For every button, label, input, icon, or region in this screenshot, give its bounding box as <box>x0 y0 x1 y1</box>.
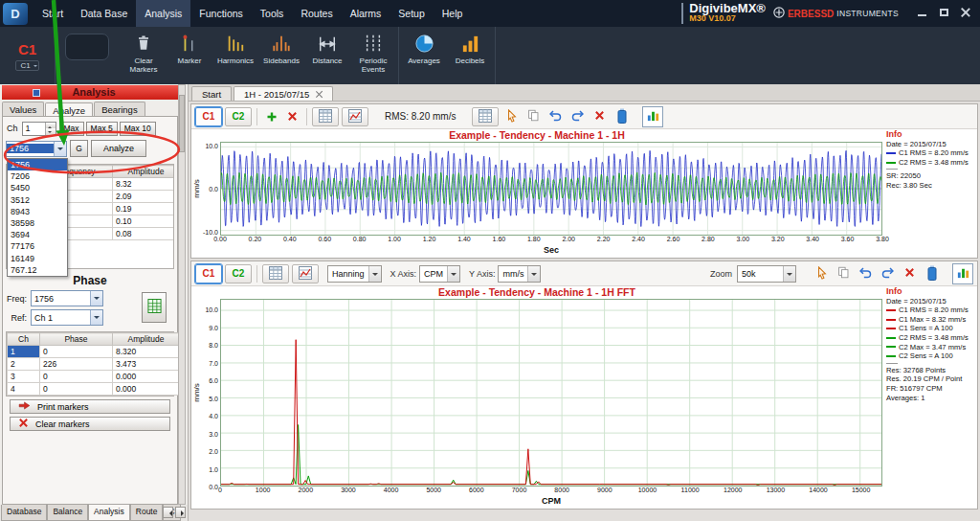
ribbon-record-button[interactable] <box>65 34 109 60</box>
delete-record-button[interactable] <box>283 107 301 126</box>
fft-undo-button[interactable] <box>857 264 875 283</box>
bottom-tab-database[interactable]: Database <box>1 505 47 521</box>
menu-setup[interactable]: Setup <box>390 0 433 27</box>
stepper-down-icon[interactable] <box>46 128 56 135</box>
dropdown-option[interactable]: 1756 <box>8 159 67 170</box>
add-record-button[interactable] <box>262 107 280 126</box>
tab-values[interactable]: Values <box>2 102 44 116</box>
distance-button[interactable]: Distance <box>304 27 350 84</box>
clear-markers-button[interactable]: Clear Markers <box>121 27 167 84</box>
tabs-scroll-right-button[interactable] <box>175 507 186 518</box>
fft-c2-button[interactable]: C2 <box>225 264 252 283</box>
periodic-events-button[interactable]: Periodic Events <box>350 27 396 84</box>
phase-freq-combo[interactable]: 1756 <box>31 290 103 306</box>
dropdown-option[interactable]: 767.12 <box>8 264 67 276</box>
marker-button[interactable]: Marker <box>167 27 212 84</box>
doc-tab-start[interactable]: Start <box>191 86 232 101</box>
stepper-arrows[interactable] <box>45 123 56 135</box>
bottom-tab-analysis[interactable]: Analysis <box>88 505 130 521</box>
fft-grid-view-button[interactable] <box>262 264 289 283</box>
bottom-tab-route[interactable]: Route <box>130 505 164 521</box>
tab-close-icon[interactable] <box>316 91 323 98</box>
max-button[interactable]: Max <box>59 122 84 136</box>
cursor-tool-button[interactable] <box>502 107 521 126</box>
analyze-button[interactable]: Analyze <box>91 140 146 157</box>
tab-analyze[interactable]: Analyze <box>45 102 93 117</box>
menu-data-base[interactable]: Data Base <box>72 0 136 27</box>
wave-c1-button[interactable]: C1 <box>195 107 222 126</box>
chevron-down-icon[interactable] <box>368 266 381 282</box>
dropdown-option[interactable]: 3694 <box>8 229 67 240</box>
max-10-button[interactable]: Max 10 <box>120 122 156 136</box>
table-row[interactable]: 300.000 <box>8 371 180 383</box>
chevron-down-icon[interactable] <box>783 266 795 282</box>
table-row[interactable]: 400.000 <box>8 383 180 396</box>
window-function-combo[interactable]: Hanning <box>327 265 382 283</box>
decibels-button[interactable]: Decibels <box>447 27 493 84</box>
menu-routes[interactable]: Routes <box>292 0 341 27</box>
menu-analysis[interactable]: Analysis <box>136 0 190 27</box>
bottom-tab-balance[interactable]: Balance <box>47 505 88 521</box>
menu-alarms[interactable]: Alarms <box>342 0 390 27</box>
fft-copy-button[interactable] <box>835 264 853 283</box>
fft-c1-button[interactable]: C1 <box>195 264 222 283</box>
fft-cursor-tool-button[interactable] <box>813 264 831 283</box>
averages-button[interactable]: Averages <box>401 27 447 84</box>
chevron-down-icon[interactable] <box>90 310 102 325</box>
fft-chart-settings-button[interactable] <box>952 263 973 284</box>
dropdown-option[interactable]: 77176 <box>8 240 67 252</box>
dropdown-option[interactable]: 38598 <box>8 217 67 229</box>
clear-markers-button[interactable]: Clear markers <box>10 417 170 431</box>
chevron-down-icon[interactable] <box>90 291 102 306</box>
table-row[interactable]: 108.320 <box>8 346 180 358</box>
dropdown-option[interactable]: 5450 <box>8 182 67 193</box>
scrollbar-thumb[interactable] <box>179 95 185 152</box>
waveform-plot[interactable] <box>220 142 882 236</box>
doc-tab-1h-2015-07-15[interactable]: 1H - 2015/07/15 <box>234 86 333 101</box>
channel-c1-dropdown[interactable]: C1 <box>15 60 38 71</box>
dropdown-option[interactable]: 16149 <box>8 253 67 264</box>
chevron-down-icon[interactable] <box>54 142 66 156</box>
menu-help[interactable]: Help <box>434 0 472 27</box>
fft-redo-button[interactable] <box>879 264 897 283</box>
minimize-button[interactable] <box>912 5 931 20</box>
phase-table-button[interactable] <box>142 292 167 323</box>
close-button[interactable] <box>956 5 975 20</box>
print-markers-button[interactable]: Print markers <box>10 399 170 414</box>
table-button[interactable] <box>472 107 499 126</box>
chevron-down-icon[interactable] <box>527 266 540 282</box>
harmonics-button[interactable]: Harmonics <box>212 27 258 84</box>
channel-stepper[interactable]: 1 <box>22 122 56 136</box>
frequency-combo[interactable]: 1756 <box>6 141 67 157</box>
zoom-combo[interactable]: 50k <box>737 265 796 283</box>
phase-ref-combo[interactable]: Ch 1 <box>31 309 103 326</box>
sidebar-scrollbar[interactable] <box>178 84 186 505</box>
dropdown-option[interactable]: 8943 <box>8 206 67 217</box>
channel-c1-ribbon-button[interactable]: C1 C1 <box>0 27 56 84</box>
fft-close-chart-button[interactable] <box>901 264 919 283</box>
chart-settings-button[interactable] <box>642 106 663 127</box>
x-axis-unit-combo[interactable]: CPM <box>419 265 460 283</box>
dropdown-option[interactable]: 7206 <box>8 170 67 182</box>
tabs-scroll-left-button[interactable] <box>163 507 173 518</box>
wave-c2-button[interactable]: C2 <box>225 107 252 126</box>
menu-tools[interactable]: Tools <box>252 0 293 27</box>
grid-chart-button[interactable] <box>342 107 368 126</box>
maximize-button[interactable] <box>934 5 953 20</box>
close-chart-button[interactable] <box>590 107 609 126</box>
sidebands-button[interactable]: Sidebands <box>258 27 304 84</box>
grid-view-button[interactable] <box>312 107 339 126</box>
g-button[interactable]: G <box>70 140 88 157</box>
fft-grid-chart-button[interactable] <box>292 264 319 283</box>
menu-start[interactable]: Start <box>33 0 72 27</box>
tab-bearings[interactable]: Bearings <box>94 102 145 116</box>
table-row[interactable]: 22263.473 <box>8 358 180 371</box>
undo-button[interactable] <box>546 107 565 126</box>
y-axis-unit-combo[interactable]: mm/s <box>498 265 541 283</box>
device-button[interactable] <box>612 107 631 126</box>
dropdown-option[interactable]: 3512 <box>8 194 67 206</box>
chevron-down-icon[interactable] <box>447 266 459 282</box>
menu-functions[interactable]: Functions <box>190 0 252 27</box>
copy-button[interactable] <box>524 107 543 126</box>
fft-device-button[interactable] <box>923 264 941 283</box>
